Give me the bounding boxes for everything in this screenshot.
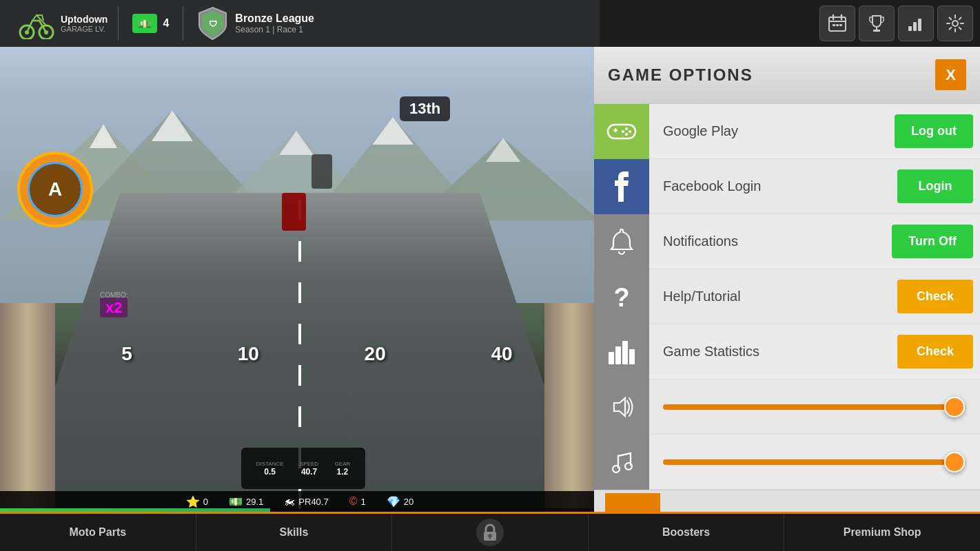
svg-rect-30 <box>615 128 617 132</box>
gear-gauge: GEAR 1.2 <box>335 461 351 477</box>
position-badge: 13th <box>400 96 450 121</box>
league-section: 🛡 Bronze League Season 1 | Race 1 <box>183 6 819 41</box>
music-icon-cell <box>594 435 649 490</box>
league-info: Bronze League Season 1 | Race 1 <box>235 12 314 34</box>
player-section: Uptodown GARAGE LV. <box>7 8 118 39</box>
svg-text:?: ? <box>613 283 629 312</box>
svg-marker-40 <box>614 398 625 416</box>
game-options-panel: GAME OPTIONS X Google Play Log out Fa <box>594 47 980 551</box>
svg-point-2 <box>25 30 29 34</box>
padlock-icon <box>482 523 498 541</box>
svg-rect-37 <box>615 346 621 364</box>
coins-status: © 1 <box>349 495 366 508</box>
sound-slider-container[interactable] <box>649 404 980 410</box>
trophy-button[interactable] <box>859 6 895 41</box>
speed-40: 40 <box>491 343 512 365</box>
gauge-cluster: DISTANCE 0.5 SPEED 40.7 GEAR 1.2 <box>241 448 365 489</box>
nav-premium-shop[interactable]: Premium Shop <box>784 514 980 551</box>
music-slider[interactable] <box>663 459 966 465</box>
enemy-car-1 <box>312 154 332 189</box>
nav-moto-parts[interactable]: Moto Parts <box>0 514 196 551</box>
pr-icon: 🏍 <box>284 495 295 508</box>
speaker-icon <box>609 394 635 420</box>
enemy-car-2 <box>282 193 306 231</box>
gems-value: 20 <box>404 497 414 507</box>
money-amount: 4 <box>163 17 169 30</box>
notifications-turnoff-button[interactable]: Turn Off <box>892 225 973 258</box>
options-close-button[interactable]: X <box>935 59 966 90</box>
player-info: Uptodown GARAGE LV. <box>61 14 108 33</box>
facebook-login-button[interactable]: Login <box>897 169 973 203</box>
pr-status: 🏍 PR40.7 <box>284 495 328 508</box>
combo-multiplier: x2 <box>100 298 127 318</box>
calendar-icon <box>828 14 847 33</box>
svg-point-33 <box>625 133 628 136</box>
distance-gauge: DISTANCE 0.5 <box>256 461 284 477</box>
svg-point-31 <box>625 127 628 130</box>
google-play-logout-button[interactable]: Log out <box>895 114 973 148</box>
coins-value: 1 <box>361 497 366 507</box>
help-tutorial-label: Help/Tutorial <box>649 289 897 304</box>
options-header: GAME OPTIONS X <box>594 47 980 104</box>
speed-markers: 5 10 20 40 <box>69 343 565 365</box>
notifications-icon-cell <box>594 214 649 269</box>
money-status: 💵 29.1 <box>229 495 263 508</box>
stats-check-button[interactable]: Check <box>897 335 973 368</box>
skills-label: Skills <box>279 526 308 539</box>
svg-rect-10 <box>836 24 839 26</box>
trophy-icon <box>867 14 886 33</box>
google-play-row: Google Play Log out <box>594 104 980 159</box>
help-tutorial-row: ? Help/Tutorial Check <box>594 269 980 324</box>
settings-icon <box>946 14 965 33</box>
notifications-row: Notifications Turn Off <box>594 214 980 269</box>
facebook-login-label: Facebook Login <box>649 178 897 194</box>
speed-label: SPEED <box>300 461 318 467</box>
sound-slider-thumb[interactable] <box>944 397 965 417</box>
game-statistics-row: Game Statistics Check <box>594 324 980 380</box>
bike-icon <box>17 8 55 39</box>
sound-slider-row <box>594 380 980 435</box>
svg-rect-16 <box>918 19 921 31</box>
svg-point-3 <box>44 30 48 34</box>
speed-5: 5 <box>121 343 132 365</box>
gamepad-icon <box>606 121 637 143</box>
settings-button[interactable] <box>937 6 973 41</box>
game-background: 13th A 5 10 20 40 COMBO: x2 DISTANCE 0.5… <box>0 0 600 551</box>
svg-text:🛡: 🛡 <box>209 19 217 29</box>
help-icon-cell: ? <box>594 269 649 324</box>
nav-skills[interactable]: Skills <box>196 514 393 551</box>
google-play-label: Google Play <box>649 123 895 139</box>
facebook-login-row: Facebook Login Login <box>594 159 980 214</box>
combo-badge: COMBO: x2 <box>100 291 128 317</box>
money-status-value: 29.1 <box>246 497 263 507</box>
top-hud: Uptodown GARAGE LV. 💵 4 🛡 Bronze League … <box>0 0 980 47</box>
premium-shop-label: Premium Shop <box>844 526 921 539</box>
speed-gauge: SPEED 40.7 <box>300 461 318 477</box>
money-section: 💵 4 <box>119 14 183 33</box>
pr-value: PR40.7 <box>298 497 328 507</box>
stats-icon <box>906 14 926 33</box>
speed-value: 40.7 <box>301 467 317 477</box>
player-name: Uptodown <box>61 14 108 25</box>
stats-button[interactable] <box>898 6 934 41</box>
nav-lock[interactable] <box>392 514 589 551</box>
sound-icon-cell <box>594 380 649 435</box>
gems-icon: 💎 <box>387 495 400 508</box>
player-garage: GARAGE LV. <box>61 25 108 33</box>
music-slider-row <box>594 435 980 490</box>
help-check-button[interactable]: Check <box>897 280 973 313</box>
calendar-button[interactable] <box>819 6 855 41</box>
svg-rect-38 <box>622 341 628 364</box>
gear-label: GEAR <box>335 461 351 467</box>
facebook-icon-cell <box>594 159 649 214</box>
svg-rect-13 <box>873 30 880 32</box>
distance-label: DISTANCE <box>256 461 284 467</box>
music-slider-container[interactable] <box>649 459 980 465</box>
music-slider-thumb[interactable] <box>944 452 965 472</box>
sound-slider[interactable] <box>663 404 966 410</box>
distance-value: 0.5 <box>264 467 276 477</box>
star-icon: ⭐ <box>186 495 200 508</box>
coins-icon: © <box>349 495 358 508</box>
speed-10: 10 <box>238 343 259 365</box>
nav-boosters[interactable]: Boosters <box>589 514 785 551</box>
